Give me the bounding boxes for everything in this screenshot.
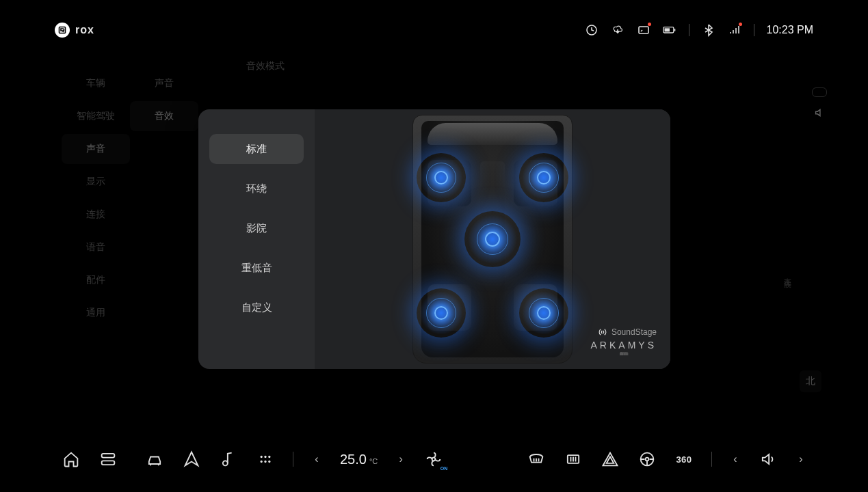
svg-point-13 bbox=[264, 461, 266, 463]
apps-icon[interactable] bbox=[98, 450, 118, 469]
separator bbox=[711, 452, 712, 467]
waveform-icon: ıllıllıllıllı bbox=[591, 351, 657, 357]
svg-rect-5 bbox=[664, 29, 669, 32]
sound-mode-option[interactable]: 重低音 bbox=[209, 253, 304, 283]
bg-section-title: 音效模式 bbox=[246, 60, 285, 72]
volume-up-button[interactable]: › bbox=[795, 453, 806, 465]
car-icon[interactable] bbox=[145, 450, 164, 469]
sound-mode-preview: SoundStage ARKAMYS ıllıllıllıllı bbox=[315, 109, 670, 369]
compass-north: 北 bbox=[800, 370, 821, 392]
bg-left-nav: 车辆智能驾驶声音显示连接语音配件通用 bbox=[62, 46, 130, 440]
sound-mode-option[interactable]: 影院 bbox=[209, 213, 304, 243]
home-icon[interactable] bbox=[62, 450, 81, 469]
speaker-center-icon bbox=[464, 211, 521, 267]
svg-point-10 bbox=[264, 456, 266, 458]
sound-mode-modal: 标准环绕影院重低音自定义 SoundStage ARKAMYS bbox=[198, 109, 670, 369]
speaker-front-right-icon bbox=[519, 153, 568, 202]
svg-point-14 bbox=[268, 461, 270, 463]
bg-nav-item[interactable]: 语音 bbox=[62, 232, 130, 262]
camera-360-icon[interactable]: 360 bbox=[674, 450, 694, 469]
speaker-rear-left-icon bbox=[417, 288, 466, 338]
soundstage-label: SoundStage bbox=[611, 327, 657, 337]
svg-rect-7 bbox=[102, 461, 115, 465]
fan-on-label: ON bbox=[440, 466, 448, 471]
speaker-rear-right-icon bbox=[519, 288, 568, 338]
speaker-front-left-icon bbox=[417, 153, 466, 202]
bg-vertical-label: 左江天波 bbox=[782, 272, 793, 275]
sound-mode-list: 标准环绕影院重低音自定义 bbox=[198, 109, 315, 369]
separator bbox=[293, 452, 293, 467]
soundstage-icon bbox=[598, 327, 607, 337]
bg-nav-item[interactable]: 智能驾驶 bbox=[62, 101, 130, 131]
bg-nav-item[interactable]: 车辆 bbox=[62, 68, 130, 98]
speaker-icon bbox=[813, 107, 826, 119]
clock: 10:23 PM bbox=[767, 24, 813, 36]
bottom-dock: ‹ 25.0 °C › ON 360 ‹ › bbox=[34, 440, 834, 478]
bluetooth-icon[interactable] bbox=[702, 23, 715, 37]
cloud-download-icon[interactable] bbox=[611, 23, 624, 37]
separator bbox=[689, 24, 689, 36]
bg-right-rail bbox=[812, 87, 827, 119]
svg-rect-4 bbox=[674, 29, 675, 31]
brand-name: rox bbox=[75, 24, 94, 36]
svg-rect-6 bbox=[102, 454, 115, 458]
bg-nav-item[interactable]: 通用 bbox=[62, 298, 130, 328]
signal-icon bbox=[728, 23, 741, 37]
brand-logo-icon bbox=[55, 23, 70, 38]
status-bar: rox 10:23 PM bbox=[34, 14, 834, 46]
svg-point-8 bbox=[223, 461, 228, 465]
sound-mode-option[interactable]: 环绕 bbox=[209, 174, 304, 204]
audio-brand-block: SoundStage ARKAMYS ıllıllıllıllı bbox=[591, 327, 657, 357]
arkamys-label: ARKAMYS bbox=[591, 340, 657, 351]
defrost-front-icon[interactable] bbox=[527, 450, 546, 469]
svg-rect-2 bbox=[639, 27, 648, 33]
bg-subnav-item[interactable]: 音效 bbox=[130, 101, 198, 131]
sound-mode-option[interactable]: 标准 bbox=[209, 134, 304, 164]
sound-mode-option[interactable]: 自定义 bbox=[209, 292, 304, 323]
bg-nav-item[interactable]: 配件 bbox=[62, 265, 130, 295]
bg-nav-item[interactable]: 显示 bbox=[62, 167, 130, 197]
toggle-icon bbox=[812, 87, 827, 97]
refresh-icon[interactable] bbox=[585, 23, 599, 37]
volume-down-button[interactable]: ‹ bbox=[730, 453, 741, 465]
bg-nav-item[interactable]: 声音 bbox=[62, 134, 130, 164]
battery-icon bbox=[663, 23, 676, 37]
temp-down-button[interactable]: ‹ bbox=[311, 453, 322, 465]
defrost-rear-icon[interactable] bbox=[564, 450, 583, 469]
volume-icon[interactable] bbox=[759, 450, 778, 469]
temperature-value: 25.0 bbox=[340, 452, 367, 467]
music-icon[interactable] bbox=[219, 450, 238, 469]
car-top-view bbox=[400, 113, 585, 365]
label-360: 360 bbox=[676, 454, 692, 465]
bg-sub-nav: 声音音效 bbox=[130, 46, 198, 440]
svg-point-12 bbox=[261, 461, 263, 463]
svg-point-18 bbox=[646, 458, 649, 461]
navigation-icon[interactable] bbox=[182, 450, 201, 469]
bg-subnav-item[interactable]: 声音 bbox=[130, 68, 198, 98]
svg-point-9 bbox=[261, 456, 263, 458]
svg-point-11 bbox=[268, 456, 270, 458]
temp-up-button[interactable]: › bbox=[395, 453, 406, 465]
fan-icon[interactable]: ON bbox=[424, 450, 443, 469]
grid-icon[interactable] bbox=[256, 450, 275, 469]
temperature-unit: °C bbox=[369, 457, 378, 465]
bg-nav-item[interactable]: 连接 bbox=[62, 200, 130, 230]
temperature-readout[interactable]: 25.0 °C bbox=[340, 452, 378, 467]
svg-point-15 bbox=[432, 458, 436, 461]
hazard-icon[interactable] bbox=[601, 450, 620, 469]
separator bbox=[754, 24, 754, 36]
message-icon[interactable] bbox=[637, 23, 650, 37]
steering-icon[interactable] bbox=[637, 450, 657, 469]
